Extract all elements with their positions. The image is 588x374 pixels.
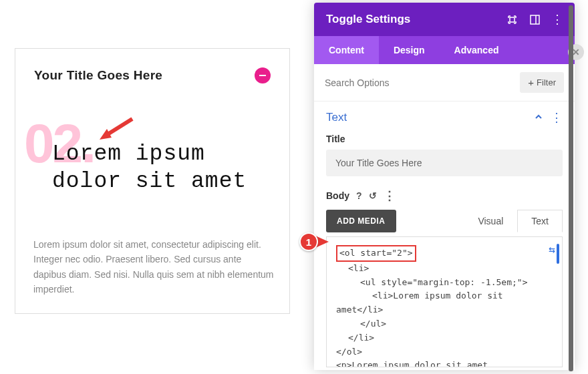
body-paragraph: Lorem ipsum dolor sit amet, consectetur …: [33, 237, 275, 297]
search-row: +Filter: [314, 64, 575, 102]
expand-editor-icon[interactable]: ⇆: [549, 241, 555, 258]
tab-content[interactable]: Content: [314, 36, 379, 64]
editor-scrollbar[interactable]: [557, 244, 559, 264]
add-media-button[interactable]: ADD MEDIA: [326, 210, 396, 232]
panel-header: Toggle Settings ⋮: [314, 3, 575, 36]
code-line-3: <ul style="margin-top: -1.5em;">: [336, 277, 527, 287]
more-menu-icon[interactable]: ⋮: [552, 14, 563, 25]
settings-panel: Toggle Settings ⋮ Content Design Advance…: [314, 3, 575, 370]
svg-rect-1: [510, 17, 514, 22]
code-line-2: <li>: [336, 263, 369, 273]
layout-icon[interactable]: [529, 14, 540, 25]
text-section: Text ⋮ Title Body ? ↺ ⋮ ADD MEDIA Visual…: [314, 102, 575, 370]
body-more-icon[interactable]: ⋮: [384, 188, 396, 203]
section-actions: ⋮: [535, 112, 563, 124]
title-input[interactable]: [326, 150, 563, 176]
collapse-section-icon[interactable]: [535, 112, 543, 124]
callout-number: 1: [299, 232, 318, 251]
code-line-5: </ul>: [336, 319, 386, 329]
code-line-1: <ol start="2">: [336, 245, 416, 262]
code-line-4: <li>Lorem ipsum dolor sit amet</li>: [336, 291, 503, 315]
headline-text: Lorem ipsum dolor sit amet: [52, 140, 247, 196]
title-field-label: Title: [326, 134, 563, 144]
help-icon[interactable]: ?: [356, 190, 362, 201]
code-editor[interactable]: ⇆ <ol start="2"> <li> <ul style="margin-…: [326, 236, 563, 367]
code-line-7: </ol>: [336, 347, 362, 357]
annotation-callout: 1: [299, 232, 329, 251]
svg-rect-2: [531, 15, 539, 24]
panel-header-actions: ⋮: [506, 14, 563, 25]
collapse-toggle-button[interactable]: [255, 67, 271, 83]
editor-tab-visual[interactable]: Visual: [464, 210, 517, 232]
card-header: Your Title Goes Here: [34, 67, 271, 83]
editor-tabs: Visual Text: [464, 210, 563, 232]
code-line-8: <p>Lorem ipsum dolor sit amet, consectet…: [336, 360, 545, 367]
body-field-label: Body: [326, 190, 349, 201]
tab-design[interactable]: Design: [379, 36, 440, 64]
filter-label: Filter: [537, 77, 556, 87]
section-header: Text ⋮: [326, 111, 563, 124]
panel-scrollbar[interactable]: [569, 5, 573, 371]
section-title: Text: [326, 111, 347, 124]
panel-title: Toggle Settings: [326, 13, 410, 26]
editor-tab-text[interactable]: Text: [517, 210, 563, 232]
card-title: Your Title Goes Here: [34, 68, 162, 83]
code-line-6: </li>: [336, 333, 374, 343]
filter-button[interactable]: +Filter: [520, 72, 564, 93]
headline-line-1: Lorem ipsum: [52, 142, 205, 166]
section-more-icon[interactable]: ⋮: [551, 112, 563, 124]
reset-icon[interactable]: ↺: [369, 190, 377, 201]
expand-icon[interactable]: [506, 14, 517, 25]
body-row: Body ? ↺ ⋮: [326, 188, 563, 203]
tab-advanced[interactable]: Advanced: [440, 36, 514, 64]
search-input[interactable]: [325, 77, 520, 88]
panel-tabs: Content Design Advanced: [314, 36, 575, 64]
headline-line-2: dolor sit amet: [52, 169, 247, 194]
